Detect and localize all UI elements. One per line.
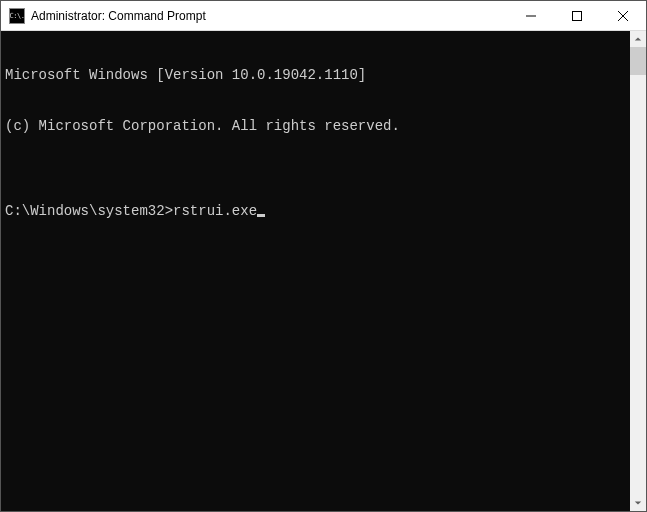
window-controls [508, 1, 646, 30]
close-icon [618, 11, 628, 21]
vertical-scrollbar[interactable] [630, 31, 646, 511]
terminal-line-version: Microsoft Windows [Version 10.0.19042.11… [5, 67, 626, 84]
terminal-cursor [257, 214, 265, 217]
client-area: Microsoft Windows [Version 10.0.19042.11… [1, 31, 646, 511]
titlebar[interactable]: C:\. Administrator: Command Prompt [1, 1, 646, 31]
command-prompt-window: C:\. Administrator: Command Prompt Micro… [0, 0, 647, 512]
minimize-icon [526, 11, 536, 21]
close-button[interactable] [600, 1, 646, 31]
terminal-output[interactable]: Microsoft Windows [Version 10.0.19042.11… [1, 31, 630, 511]
cmd-icon: C:\. [9, 8, 25, 24]
terminal-prompt: C:\Windows\system32> [5, 203, 173, 220]
minimize-button[interactable] [508, 1, 554, 31]
terminal-prompt-line: C:\Windows\system32>rstrui.exe [5, 203, 626, 220]
cmd-icon-glyph: C:\. [10, 12, 25, 20]
scroll-up-button[interactable] [630, 31, 646, 47]
maximize-button[interactable] [554, 1, 600, 31]
terminal-line-copyright: (c) Microsoft Corporation. All rights re… [5, 118, 626, 135]
scroll-track[interactable] [630, 47, 646, 495]
svg-rect-1 [573, 12, 582, 21]
terminal-command: rstrui.exe [173, 203, 257, 220]
scroll-thumb[interactable] [630, 47, 646, 75]
maximize-icon [572, 11, 582, 21]
window-title: Administrator: Command Prompt [31, 9, 206, 23]
chevron-down-icon [634, 499, 642, 507]
chevron-up-icon [634, 35, 642, 43]
scroll-down-button[interactable] [630, 495, 646, 511]
